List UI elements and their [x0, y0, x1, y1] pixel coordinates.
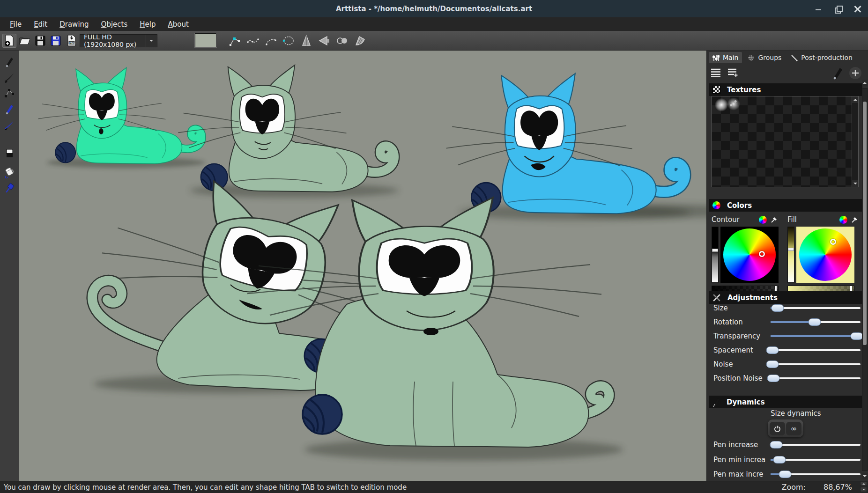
contour-wheel-box[interactable]	[720, 227, 779, 283]
dynamics-header[interactable]: Dynamics	[709, 396, 862, 408]
zoom-decrease-icon[interactable]	[860, 487, 867, 492]
eraser-tool[interactable]	[3, 147, 15, 160]
fill-eyedropper-icon[interactable]	[851, 216, 859, 223]
pen-increase-slider[interactable]	[771, 444, 861, 446]
texture-thumb-soft[interactable]	[715, 98, 728, 111]
fill-wheel-icon[interactable]	[839, 216, 847, 224]
position-noise-slider[interactable]	[771, 377, 861, 379]
power-icon	[774, 426, 780, 432]
menu-file[interactable]: File	[5, 19, 27, 30]
drawing-canvas[interactable]	[19, 51, 706, 481]
noise-slider-handle[interactable]	[766, 361, 779, 368]
save-button[interactable]	[33, 34, 47, 48]
size-slider-handle[interactable]	[772, 304, 784, 312]
zoom-increase-icon[interactable]	[860, 482, 867, 486]
spacement-slider[interactable]	[771, 349, 861, 351]
size-slider[interactable]	[771, 307, 861, 309]
export-png-button[interactable]: PNG	[65, 34, 79, 48]
panel-scrollbar[interactable]	[862, 80, 868, 479]
spacement-slider-handle[interactable]	[766, 346, 779, 354]
noise-slider[interactable]	[771, 363, 861, 365]
transparency-label: Transparency	[713, 332, 771, 340]
open-file-button[interactable]	[18, 34, 32, 48]
contour-eyedropper-icon[interactable]	[771, 216, 778, 223]
edit-pen-icon[interactable]	[831, 66, 843, 80]
menu-drawing[interactable]: Drawing	[54, 19, 94, 30]
current-color-swatch[interactable]	[195, 33, 216, 47]
texture-scroll-down-icon[interactable]	[852, 180, 858, 187]
slider-row-pen-max: Pen max incre	[713, 468, 861, 480]
texture-scrollbar[interactable]	[852, 96, 858, 187]
dynamics-infinite-button[interactable]: ∞	[786, 422, 801, 435]
restore-icon[interactable]	[834, 5, 842, 13]
pen-min-increase-slider-handle[interactable]	[773, 456, 786, 464]
contour-wheel-icon[interactable]	[759, 216, 767, 224]
panel-scroll-thumb[interactable]	[863, 102, 867, 345]
texture-scroll-up-icon[interactable]	[852, 96, 858, 103]
pen-increase-slider-handle[interactable]	[770, 441, 782, 449]
mirror-tool-button[interactable]	[299, 34, 313, 47]
panel-scroll-up-icon[interactable]	[862, 80, 868, 86]
pen-blue-tool[interactable]	[3, 103, 15, 116]
clone-tool-icon	[335, 34, 349, 47]
position-noise-slider-handle[interactable]	[767, 375, 779, 382]
paint-pot-tool[interactable]	[3, 166, 15, 178]
transparency-slider-handle[interactable]	[851, 332, 863, 340]
polyline-tool-button[interactable]	[228, 34, 242, 47]
arc-tool-button[interactable]	[264, 34, 278, 47]
menu-about[interactable]: About	[163, 19, 193, 30]
texture-list[interactable]	[712, 96, 859, 187]
add-brush-button[interactable]	[849, 67, 861, 79]
tab-post-production-label: Post-production	[801, 54, 853, 61]
dynamics-off-button[interactable]	[770, 422, 785, 435]
contour-value-bar[interactable]	[712, 227, 719, 283]
menu-help[interactable]: Help	[134, 19, 161, 30]
flip-tool-icon	[318, 34, 331, 47]
textures-header[interactable]: Textures	[709, 83, 862, 96]
cat-sage-top[interactable]	[178, 65, 399, 198]
brush-blue-tool[interactable]	[3, 119, 15, 132]
menu-objects[interactable]: Objects	[96, 19, 133, 30]
broom-tool-button[interactable]	[353, 34, 367, 47]
cat-cyan[interactable]	[446, 74, 706, 220]
adjustments-icon	[712, 294, 721, 302]
brush-black-tool[interactable]	[3, 72, 15, 84]
close-icon[interactable]	[854, 5, 861, 13]
pen-max-increase-slider-handle[interactable]	[779, 471, 791, 478]
pen-black-tool[interactable]	[3, 56, 15, 68]
menu-edit[interactable]: Edit	[29, 19, 52, 30]
clone-tool-button[interactable]	[335, 34, 349, 47]
pen-min-increase-slider[interactable]	[771, 459, 861, 461]
ellipse-tool-button[interactable]	[282, 34, 296, 47]
canvas-size-value: FULL HD (1920x1080 px)	[84, 33, 146, 48]
size-dynamics-mode-group: ∞	[768, 419, 803, 437]
contour-color-wheel[interactable]	[723, 228, 776, 281]
colors-header[interactable]: Colors	[709, 199, 862, 212]
texture-thumb-noise[interactable]	[727, 97, 740, 110]
panel-scroll-down-icon[interactable]	[862, 473, 868, 479]
add-list-icon[interactable]	[727, 68, 739, 77]
flip-tool-button[interactable]	[317, 34, 331, 47]
cat-mint[interactable]	[38, 67, 205, 168]
canvas-size-dropdown[interactable]: FULL HD (1920x1080 px)	[80, 34, 157, 47]
tab-main[interactable]: Main	[709, 52, 742, 63]
fill-value-bar[interactable]	[787, 227, 794, 283]
minimize-icon[interactable]	[815, 5, 822, 13]
curve-tool-button[interactable]	[246, 34, 260, 47]
save-as-button[interactable]	[49, 34, 63, 48]
save-as-floppy-icon	[50, 35, 61, 46]
new-document-button[interactable]	[2, 34, 16, 48]
tab-groups[interactable]: Groups	[744, 52, 785, 63]
pen-max-increase-slider[interactable]	[771, 473, 861, 475]
panel-scroll-track[interactable]	[862, 88, 868, 471]
transparency-slider[interactable]	[771, 335, 861, 337]
slider-row-position-noise: Position Noise	[713, 372, 861, 384]
tab-post-production[interactable]: Post-production	[787, 52, 856, 63]
list-icon[interactable]	[711, 68, 721, 77]
node-editor-tool[interactable]	[3, 88, 15, 100]
rotation-slider[interactable]	[771, 321, 861, 323]
fill-color-wheel[interactable]	[799, 228, 852, 281]
stamp-tool[interactable]	[3, 182, 15, 194]
rotation-slider-handle[interactable]	[809, 318, 821, 326]
fill-wheel-box[interactable]	[796, 227, 854, 283]
